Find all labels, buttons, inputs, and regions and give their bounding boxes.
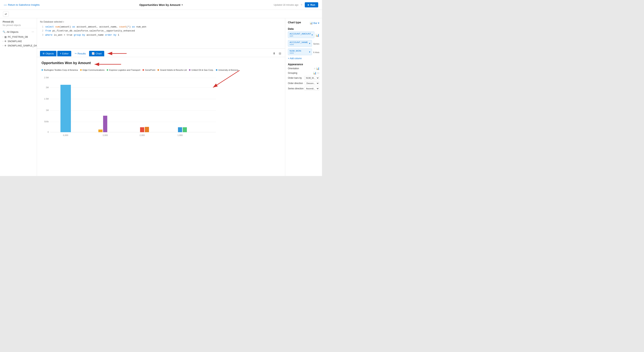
code-area[interactable]: 1select sum(amount) as account_amount, a… <box>40 25 282 37</box>
sidebar: Pinned (0) No pinned objects 🔍 All Objec… <box>0 18 37 176</box>
field-sub: none <box>290 44 308 46</box>
tab-chart-label: Chart <box>96 52 102 55</box>
legend-label: Burlington Textiles Corp of America <box>44 69 78 71</box>
field-name: ACCOUNT_NAME <box>290 41 308 44</box>
account-amount-field[interactable]: ACCOUNT_AMOUNT sum ▾ <box>288 32 314 38</box>
title-dropdown-icon[interactable]: ▾ <box>182 4 183 6</box>
orientation-row: Orientation ≡ 📊 <box>288 67 319 70</box>
svg-rect-18 <box>103 116 107 132</box>
field-name: NUM_WON <box>290 50 301 52</box>
svg-rect-20 <box>145 127 149 132</box>
objects-icon: ⊞ <box>43 52 44 55</box>
main-layout: Pinned (0) No pinned objects 🔍 All Objec… <box>0 18 322 176</box>
add-column-btn[interactable]: + Add column <box>288 57 319 60</box>
field-name: ACCOUNT_AMOUNT <box>290 33 311 35</box>
db-selector-caret: ▾ <box>63 21 64 23</box>
content-area: No Database selected ▾ 1select sum(amoun… <box>37 18 285 176</box>
tab-editor-label: Editor <box>62 52 68 55</box>
bar-dropdown-icon: ▾ <box>318 22 319 25</box>
no-pinned-text: No pinned objects <box>3 24 34 27</box>
appearance-section: Appearance Orientation ≡ 📊 Grouping 📊 ⊟ <box>288 63 319 92</box>
all-objects-label[interactable]: All Objects <box>7 31 18 33</box>
toggle-sidebar-button[interactable]: ⇄ <box>3 11 9 17</box>
play-icon: ▶ <box>308 4 309 6</box>
legend-univ: University of Arizona <box>216 69 238 71</box>
svg-rect-16 <box>60 85 71 132</box>
legend-label: Edge Communications <box>83 69 104 71</box>
refresh-icon[interactable]: ↻ <box>301 4 302 6</box>
tab-objects[interactable]: ⊞ Objects <box>40 51 56 56</box>
layout-button[interactable]: ⊟ <box>278 51 282 56</box>
x-axis-label: X-Axis <box>313 51 319 54</box>
chart-title-row: Opportunities Won by Amount <box>42 61 280 68</box>
svg-text:2,000: 2,000 <box>140 134 145 136</box>
stacked-icon[interactable]: ⊟ <box>317 72 319 75</box>
legend-united: United Oil & Gas Corp. <box>189 69 214 71</box>
chevron-icon: › <box>3 40 3 42</box>
chart-type-label: Chart type <box>288 21 301 24</box>
account-name-field[interactable]: ACCOUNT_NAME none ▾ <box>288 40 312 47</box>
svg-rect-17 <box>98 130 102 132</box>
data-section-title: Data <box>288 27 319 30</box>
order-bars-select[interactable]: NUM_W... <box>304 76 319 80</box>
svg-rect-21 <box>178 127 182 132</box>
tab-chart[interactable]: 📈 Chart <box>89 51 104 56</box>
horizontal-orient-icon[interactable]: ≡ <box>314 67 315 70</box>
search-icon: 🔍 <box>3 31 6 33</box>
account-amount-row: ACCOUNT_AMOUNT sum ▾ 📊 <box>288 32 319 39</box>
series-dir-select[interactable]: Ascendi... <box>304 87 319 91</box>
tab-editor[interactable]: ≡ Editor <box>57 51 71 56</box>
results-icon: ↪ <box>75 52 76 55</box>
code-line-3: 3where is_won = true group by account_na… <box>40 33 282 37</box>
tab-objects-label: Objects <box>46 52 54 55</box>
chart-icon: 📈 <box>92 52 94 55</box>
code-line-1: 1select sum(amount) as account_amount, a… <box>40 25 282 29</box>
legend-label: Grand Hotels & Resorts Ltd <box>160 69 187 71</box>
toggle-icon: ⇄ <box>5 13 7 16</box>
tab-bar: ⊞ Objects ≡ Editor ↪ Results 📈 Chart <box>37 49 285 57</box>
query-editor: No Database selected ▾ 1select sum(amoun… <box>37 18 285 49</box>
legend-label: United Oil & Gas Corp. <box>192 69 214 71</box>
svg-rect-19 <box>140 127 144 132</box>
sidebar-item-snowflake[interactable]: › ❄ SNOWFLAKE <box>0 39 37 44</box>
back-label: Return to Salesforce Insights <box>8 4 40 6</box>
grouped-icon[interactable]: 📊 <box>313 72 316 75</box>
sidebar-item-pc-fivetran[interactable]: › ▦ PC_FIVETRAN_DB <box>0 35 37 39</box>
vertical-orient-icon[interactable]: 📊 <box>316 67 319 70</box>
chart-container: Opportunities Won by Amount <box>37 57 285 176</box>
order-dir-select[interactable]: Descen... <box>305 81 319 85</box>
tab-results[interactable]: ↪ Results <box>72 51 88 56</box>
grouping-label: Grouping <box>288 72 297 74</box>
svg-text:500k: 500k <box>44 120 49 123</box>
sidebar-pinned-section: Pinned (0) No pinned objects <box>0 18 37 28</box>
db-selector[interactable]: No Database selected ▾ <box>40 21 282 23</box>
editor-icon: ≡ <box>60 52 61 55</box>
legend-label: GenePoint <box>145 69 155 71</box>
page-title: Opportunities Won by Amount <box>139 3 180 7</box>
orientation-icons: ≡ 📊 <box>314 67 319 70</box>
chart-title: Opportunities Won by Amount <box>42 61 91 65</box>
svg-text:1,000: 1,000 <box>178 134 183 136</box>
grouping-row: Grouping 📊 ⊟ <box>288 72 319 75</box>
svg-text:2.5M: 2.5M <box>44 77 49 79</box>
tab-results-label: Results <box>78 52 86 55</box>
more-icon[interactable]: ··· <box>32 30 34 34</box>
svg-text:1.5M: 1.5M <box>44 98 49 100</box>
run-button[interactable]: ▶ Run <box>305 2 318 8</box>
legend-edge: Edge Communications <box>80 69 104 71</box>
svg-text:0: 0 <box>48 131 49 133</box>
arrow-to-chart <box>106 50 128 57</box>
top-bar-right: Updated 18 minutes ago ↻ ▶ Run <box>274 2 318 8</box>
sidebar-item-snowflake-sample[interactable]: › ❄ SNOWFLAKE_SAMPLE_DATA <box>0 44 37 48</box>
chart-legend: Burlington Textiles Corp of America Edge… <box>42 69 280 71</box>
appearance-title: Appearance <box>288 63 319 66</box>
num-won-field[interactable]: NUM_WON none ▾ <box>288 49 312 55</box>
chart-type-badge[interactable]: 📊 Bar ▾ <box>310 22 319 25</box>
back-link[interactable]: — Return to Salesforce Insights <box>4 3 40 7</box>
db-selector-label: No Database selected <box>40 21 62 23</box>
chevron-icon: › <box>3 45 3 47</box>
download-button[interactable]: ⬇ <box>272 51 276 56</box>
series-label: Series <box>313 43 319 45</box>
db-name: PC_FIVETRAN_DB <box>8 36 28 38</box>
svg-text:3,000: 3,000 <box>102 134 108 136</box>
